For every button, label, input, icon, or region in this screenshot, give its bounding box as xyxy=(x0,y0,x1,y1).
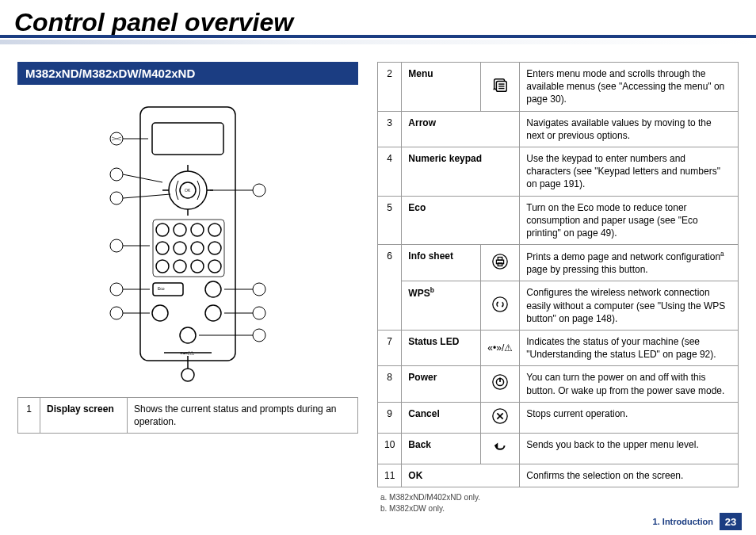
table-row: 7 Status LED «•»/⚠ Indicates the status … xyxy=(378,331,739,366)
svg-text:*: * xyxy=(493,86,495,94)
table-row: 2 Menu * Enters menu mode and scrolls th… xyxy=(378,63,739,112)
svg-point-14 xyxy=(191,260,204,273)
cell-num: 8 xyxy=(378,366,402,402)
svg-line-28 xyxy=(123,194,170,198)
svg-rect-0 xyxy=(140,107,235,361)
cell-name: Info sheet xyxy=(402,245,481,281)
svg-point-56 xyxy=(493,254,507,268)
table-row: 9 Cancel Stops current operation. xyxy=(378,402,739,433)
cell-num: 6 xyxy=(378,245,402,331)
cell-desc: Prints a demo page and network configura… xyxy=(520,245,739,281)
cell-name: Back xyxy=(402,433,481,464)
cell-name: Status LED xyxy=(402,331,481,366)
cell-num: 5 xyxy=(378,196,402,245)
table-right: 2 Menu * Enters menu mode and scrolls th… xyxy=(377,62,739,487)
svg-rect-58 xyxy=(498,257,503,260)
cell-num: 4 xyxy=(378,147,402,196)
footnotes: a. M382xND/M402xND only. b. M382xDW only… xyxy=(377,487,739,514)
svg-point-20 xyxy=(205,305,221,321)
menu-icon: * xyxy=(481,63,520,112)
svg-marker-62 xyxy=(502,305,504,307)
table-row: 4 Numeric keypad Use the keypad to enter… xyxy=(378,147,739,196)
page-footer: 1. Introduction 23 xyxy=(653,513,742,530)
svg-point-19 xyxy=(152,305,168,321)
svg-point-11 xyxy=(208,242,221,254)
svg-point-8 xyxy=(156,242,169,254)
svg-rect-59 xyxy=(498,262,503,266)
cell-desc: Indicates the status of your machine (se… xyxy=(520,331,739,366)
cell-desc: Sends you back to the upper menu level. xyxy=(520,433,739,464)
cell-desc: You can turn the power on and off with t… xyxy=(520,366,739,402)
cell-desc: Enters menu mode and scrolls through the… xyxy=(520,63,739,112)
svg-point-33 xyxy=(110,307,123,319)
cell-num: 7 xyxy=(378,331,402,366)
svg-point-12 xyxy=(156,260,169,273)
svg-point-29 xyxy=(110,239,123,252)
table-left: 1 Display screen Shows the current statu… xyxy=(17,397,358,434)
svg-point-7 xyxy=(208,224,221,236)
cancel-icon xyxy=(481,402,520,433)
model-band: M382xND/M382xDW/M402xND xyxy=(17,62,358,85)
power-icon xyxy=(481,366,520,402)
svg-point-10 xyxy=(191,242,204,254)
svg-text:OK: OK xyxy=(185,188,191,193)
cell-num: 3 xyxy=(378,111,402,147)
table-row: 5 Eco Turn on the Eco mode to reduce ton… xyxy=(378,196,739,245)
svg-point-37 xyxy=(253,283,265,296)
page-number: 23 xyxy=(720,513,742,530)
svg-point-41 xyxy=(253,329,265,342)
svg-point-25 xyxy=(110,168,123,181)
table-row: WPSb Configures the wireless network con… xyxy=(378,281,739,331)
cell-desc: Shows the current status and prompts dur… xyxy=(128,398,358,434)
svg-point-13 xyxy=(174,260,186,273)
cell-name: Power xyxy=(402,366,481,402)
svg-point-60 xyxy=(493,296,507,311)
page-title: Control panel overview xyxy=(0,0,756,37)
back-icon xyxy=(481,433,520,464)
svg-point-27 xyxy=(110,192,123,204)
cell-num: 1 xyxy=(18,398,40,434)
cell-name: OK xyxy=(402,464,520,487)
svg-point-21 xyxy=(180,327,196,343)
page-header: Control panel overview xyxy=(0,0,756,54)
chapter-label: 1. Introduction xyxy=(653,517,713,526)
table-row: 10 Back Sends you back to the upper menu… xyxy=(378,433,739,464)
footnote-a: a. M382xND/M402xND only. xyxy=(380,492,735,503)
svg-point-9 xyxy=(174,242,186,254)
svg-point-39 xyxy=(253,307,265,319)
cell-desc: Confirms the selection on the screen. xyxy=(520,464,739,487)
cell-name: Display screen xyxy=(40,398,128,434)
svg-line-26 xyxy=(123,174,162,182)
svg-point-6 xyxy=(191,224,204,236)
table-row: 1 Display screen Shows the current statu… xyxy=(18,398,358,434)
svg-rect-16 xyxy=(153,220,224,277)
cell-name: Arrow xyxy=(402,111,520,147)
svg-point-5 xyxy=(174,224,186,236)
svg-text:Eco: Eco xyxy=(158,286,165,291)
cell-desc: Turn on the Eco mode to reduce toner con… xyxy=(520,196,739,245)
svg-point-43 xyxy=(181,369,194,381)
print-icon xyxy=(481,245,520,281)
cell-name: Numeric keypad xyxy=(402,147,520,196)
cell-name: Eco xyxy=(402,196,520,245)
cell-name: Cancel xyxy=(402,402,481,433)
control-panel-diagram: OK Eco «•»/⚠ xyxy=(17,99,358,384)
table-row: 3 Arrow Navigates available values by mo… xyxy=(378,111,739,147)
cell-num: 11 xyxy=(378,464,402,487)
cell-desc: Configures the wireless network connecti… xyxy=(520,281,739,331)
svg-text:«•»/⚠: «•»/⚠ xyxy=(180,350,194,356)
cell-desc: Stops current operation. xyxy=(520,402,739,433)
header-rule xyxy=(0,35,756,46)
table-row: 6 Info sheet Prints a demo page and netw… xyxy=(378,245,739,281)
cell-name: Menu xyxy=(402,63,481,112)
cell-num: 10 xyxy=(378,433,402,464)
svg-point-15 xyxy=(208,260,221,273)
svg-marker-61 xyxy=(497,301,499,303)
cell-desc: Use the keypad to enter numbers and char… xyxy=(520,147,739,196)
status-led-icon: «•»/⚠ xyxy=(481,331,520,366)
svg-point-4 xyxy=(156,224,169,236)
svg-point-18 xyxy=(205,281,221,297)
svg-point-35 xyxy=(253,184,265,197)
cell-num: 9 xyxy=(378,402,402,433)
wps-icon xyxy=(481,281,520,331)
